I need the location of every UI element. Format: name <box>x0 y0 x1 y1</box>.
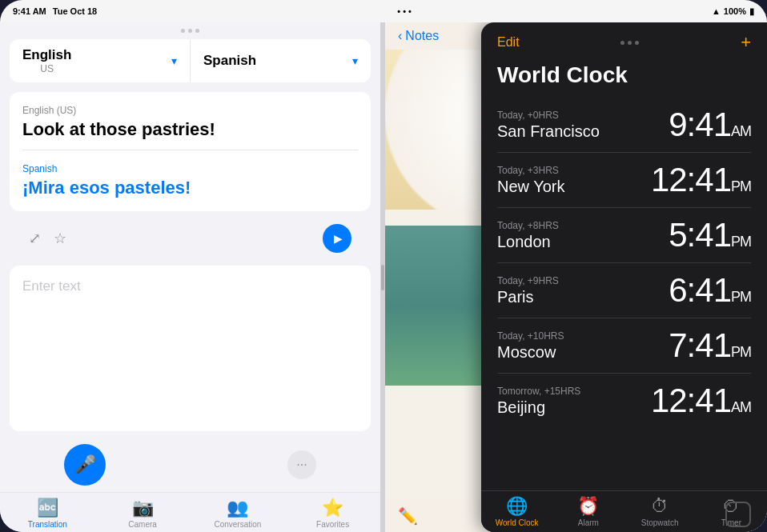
camera-tab-label: Camera <box>128 520 157 529</box>
wifi-icon: ▲ <box>712 6 721 16</box>
input-placeholder: Enter text <box>22 278 81 294</box>
text-input-area[interactable]: Enter text <box>10 266 371 431</box>
home-button[interactable] <box>725 502 751 527</box>
clock-offset-san-francisco: Today, +0HRS <box>497 110 600 121</box>
clock-time-beijing: 12:41AM <box>651 382 751 420</box>
stopwatch-tab-icon: ⏱ <box>651 496 669 517</box>
clock-tab-bar: 🌐 World Clock ⏰ Alarm ⏱ Stopwatch ⏲ Time… <box>481 490 767 532</box>
world-clock-tab-icon: 🌐 <box>506 496 528 517</box>
more-icon: ··· <box>296 458 307 472</box>
clock-left-new-york: Today, +3HRS New York <box>497 165 565 196</box>
clock-city-moscow: Moscow <box>497 343 564 362</box>
tab-conversation[interactable]: 👥 Conversation <box>191 498 286 529</box>
clock-edit-button[interactable]: Edit <box>497 35 520 50</box>
play-icon: ▶ <box>334 232 343 245</box>
clock-offset-new-york: Today, +3HRS <box>497 165 565 176</box>
stopwatch-tab-label: Stopwatch <box>641 518 679 527</box>
world-clock-tab-label: World Clock <box>496 518 539 527</box>
dot-2 <box>188 29 192 33</box>
status-bar: 9:41 AM Tue Oct 18 • • • ▲ 100% ▮ <box>0 0 767 22</box>
status-dots: • • • <box>397 6 412 16</box>
status-time: 9:41 AM <box>13 6 46 16</box>
battery-level: 100% <box>724 6 746 16</box>
translator-header-dots <box>0 22 380 36</box>
action-bar: ⤢ ☆ ▶ <box>10 218 371 259</box>
translator-panel: English US ▾ Spanish ▾ English (US) Look… <box>0 22 380 532</box>
notes-compose-icon[interactable]: ✏️ <box>398 506 418 526</box>
clock-left-moscow: Today, +10HRS Moscow <box>497 330 564 362</box>
bottom-controls: 🎤 ··· <box>0 438 380 492</box>
clock-panel: Edit + World Clock Today, +0HRS <box>481 22 767 532</box>
favorites-tab-icon: ⭐ <box>322 498 343 518</box>
favorites-tab-label: Favorites <box>316 520 349 529</box>
action-icons-left: ⤢ ☆ <box>29 230 66 247</box>
camera-tab-icon: 📷 <box>132 498 154 518</box>
notes-back-label: Notes <box>405 29 439 43</box>
source-language-name: English <box>22 47 71 63</box>
translator-tab-bar: 🔤 Translation 📷 Camera 👥 Conversation ⭐ … <box>0 492 380 532</box>
clock-time-san-francisco: 9:41AM <box>669 106 751 144</box>
status-date: Tue Oct 18 <box>53 6 97 16</box>
source-language-button[interactable]: English US ▾ <box>10 39 191 82</box>
target-language-button[interactable]: Spanish ▾ <box>191 39 371 82</box>
target-language-chevron: ▾ <box>352 54 358 67</box>
more-button[interactable]: ··· <box>287 450 316 479</box>
clock-entry-moscow: Today, +10HRS Moscow 7:41PM <box>497 318 751 374</box>
notes-back-button[interactable]: ‹ Notes <box>398 29 439 43</box>
clock-header-dots <box>620 41 639 45</box>
target-text: ¡Mira esos pasteles! <box>22 178 358 198</box>
target-language-name: Spanish <box>203 53 256 69</box>
clock-tab-world-clock[interactable]: 🌐 World Clock <box>481 496 552 527</box>
clock-left-paris: Today, +9HRS Paris <box>497 275 559 306</box>
microphone-icon: 🎤 <box>74 454 96 475</box>
clock-tab-stopwatch[interactable]: ⏱ Stopwatch <box>624 496 696 527</box>
clock-dot-3 <box>635 41 639 45</box>
right-panel: ‹ Notes ✏️ ⬆️ <box>385 22 767 532</box>
dot-1 <box>181 29 185 33</box>
translation-display: English (US) Look at those pastries! Spa… <box>10 92 371 211</box>
source-language-chevron: ▾ <box>171 54 177 67</box>
clock-city-paris: Paris <box>497 288 559 306</box>
clock-time-paris: 6:41PM <box>669 271 751 310</box>
favorite-icon[interactable]: ☆ <box>54 230 66 247</box>
clock-add-button[interactable]: + <box>741 32 751 53</box>
conversation-tab-icon: 👥 <box>227 498 248 518</box>
clock-time-london: 5:41PM <box>669 216 751 254</box>
expand-icon[interactable]: ⤢ <box>29 230 41 247</box>
notes-back-chevron: ‹ <box>398 29 402 43</box>
tab-translation[interactable]: 🔤 Translation <box>0 498 95 529</box>
target-lang-label: Spanish <box>22 163 358 174</box>
tab-favorites[interactable]: ⭐ Favorites <box>285 498 380 529</box>
alarm-tab-icon: ⏰ <box>577 496 599 517</box>
clock-entry-london: Today, +8HRS London 5:41PM <box>497 208 751 263</box>
play-button[interactable]: ▶ <box>323 224 351 253</box>
clock-city-london: London <box>497 233 559 251</box>
clock-left-london: Today, +8HRS London <box>497 220 559 251</box>
status-bar-center: • • • <box>397 6 412 16</box>
conversation-tab-label: Conversation <box>214 520 261 529</box>
clock-city-san-francisco: San Francisco <box>497 122 600 141</box>
clock-header: Edit + <box>481 22 767 59</box>
clock-city-new-york: New York <box>497 178 565 196</box>
battery-icon: ▮ <box>749 6 754 17</box>
clock-time-moscow: 7:41PM <box>669 326 751 365</box>
tab-camera[interactable]: 📷 Camera <box>95 498 191 529</box>
microphone-button[interactable]: 🎤 <box>64 444 106 486</box>
clock-list: Today, +0HRS San Francisco 9:41AM Today,… <box>481 98 767 490</box>
clock-offset-beijing: Tomorrow, +15HRS <box>497 386 580 397</box>
source-text: Look at those pastries! <box>22 119 358 140</box>
clock-dot-2 <box>628 41 632 45</box>
clock-dot-1 <box>620 41 624 45</box>
dot-3 <box>195 29 199 33</box>
clock-left-san-francisco: Today, +0HRS San Francisco <box>497 110 600 141</box>
status-bar-left: 9:41 AM Tue Oct 18 <box>13 6 97 16</box>
clock-left-beijing: Tomorrow, +15HRS Beijing <box>497 386 580 417</box>
alarm-tab-label: Alarm <box>578 518 599 527</box>
clock-city-beijing: Beijing <box>497 398 580 417</box>
status-bar-right: ▲ 100% ▮ <box>712 6 754 17</box>
clock-offset-london: Today, +8HRS <box>497 220 559 231</box>
clock-tab-alarm[interactable]: ⏰ Alarm <box>552 496 624 527</box>
clock-entry-san-francisco: Today, +0HRS San Francisco 9:41AM <box>497 98 751 153</box>
source-language-region: US <box>22 63 71 74</box>
ipad-frame: 9:41 AM Tue Oct 18 • • • ▲ 100% ▮ <box>0 0 767 532</box>
